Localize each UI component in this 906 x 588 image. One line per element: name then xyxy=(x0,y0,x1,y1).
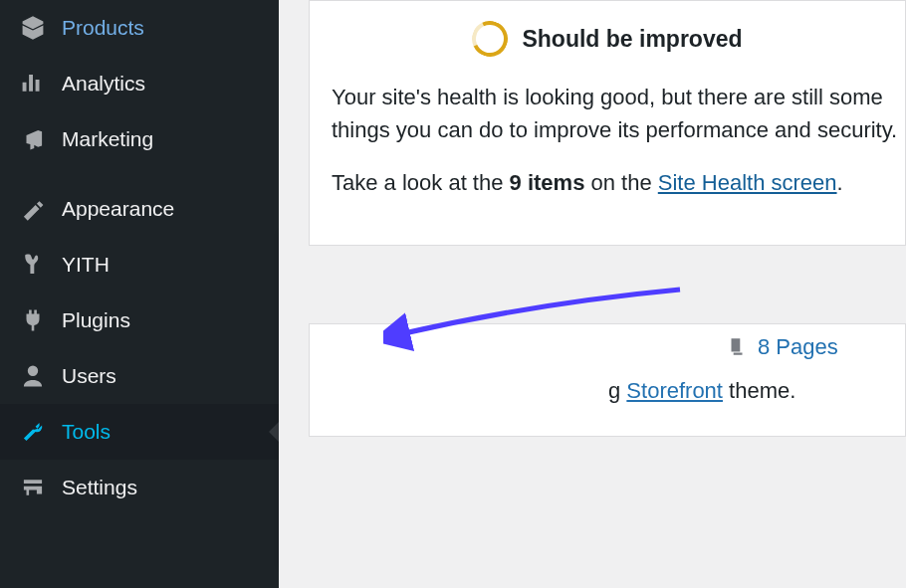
sidebar-item-settings[interactable]: Settings xyxy=(0,460,279,515)
plugins-icon xyxy=(18,305,48,335)
theme-link[interactable]: Storefront xyxy=(626,378,723,403)
pages-icon xyxy=(726,336,748,358)
admin-sidebar: Products Analytics Marketing Appearance … xyxy=(0,0,279,588)
site-health-item-count: 9 items xyxy=(510,170,585,195)
sidebar-item-label: Appearance xyxy=(62,197,261,221)
sidebar-item-label: YITH xyxy=(62,253,261,277)
sidebar-item-label: Products xyxy=(62,16,261,40)
site-health-link-line: Take a look at the 9 items on the Site H… xyxy=(332,166,843,199)
sidebar-item-label: Marketing xyxy=(62,127,261,151)
appearance-icon xyxy=(18,194,48,224)
site-health-progress-icon xyxy=(467,16,513,62)
sidebar-item-label: Settings xyxy=(62,476,261,499)
sidebar-item-products[interactable]: Products xyxy=(0,0,279,56)
analytics-icon xyxy=(18,69,48,98)
sidebar-item-tools[interactable]: Tools xyxy=(0,404,279,460)
sidebar-item-appearance[interactable]: Appearance xyxy=(0,181,279,237)
sidebar-item-users[interactable]: Users xyxy=(0,348,279,404)
marketing-icon xyxy=(18,124,48,154)
settings-icon xyxy=(18,473,48,502)
sidebar-item-label: Analytics xyxy=(62,72,261,96)
site-health-desc: Your site's health is looking good, but … xyxy=(332,81,905,146)
site-health-screen-link[interactable]: Site Health screen xyxy=(658,170,837,195)
theme-line: g Storefront theme. xyxy=(310,370,905,412)
site-health-header: Should be improved xyxy=(310,11,905,81)
sidebar-item-plugins[interactable]: Plugins xyxy=(0,293,279,348)
main-content: Should be improved Your site's health is… xyxy=(279,0,906,588)
sidebar-item-yith[interactable]: YITH xyxy=(0,237,279,293)
tools-icon xyxy=(18,417,48,447)
sidebar-separator xyxy=(0,167,279,181)
sidebar-item-label: Plugins xyxy=(62,308,261,332)
sidebar-item-marketing[interactable]: Marketing xyxy=(0,111,279,167)
sidebar-item-label: Tools xyxy=(62,420,261,444)
at-a-glance-panel: 8 Pages g Storefront theme. xyxy=(309,323,906,437)
users-icon xyxy=(18,361,48,391)
sidebar-item-analytics[interactable]: Analytics xyxy=(0,56,279,111)
site-health-panel: Should be improved Your site's health is… xyxy=(309,0,906,246)
site-health-title: Should be improved xyxy=(522,26,742,53)
yith-icon xyxy=(18,250,48,280)
pages-glance-row: 8 Pages xyxy=(726,324,905,370)
products-icon xyxy=(18,13,48,43)
pages-link[interactable]: 8 Pages xyxy=(758,334,838,360)
panel-gap xyxy=(309,276,906,323)
sidebar-item-label: Users xyxy=(62,364,261,388)
